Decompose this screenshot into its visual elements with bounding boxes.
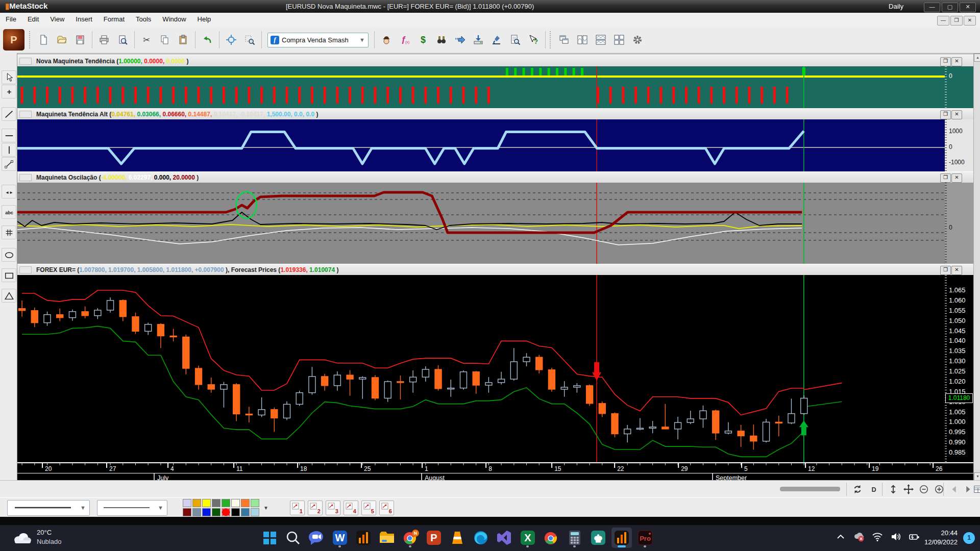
data-window-button[interactable] [971, 482, 980, 496]
explorer-button[interactable] [433, 31, 450, 49]
panel-header-1[interactable]: Nova Maquineta Tendência (1.00000, 0.000… [17, 55, 973, 67]
panel-header-4[interactable]: FOREX EUR= (1.007800, 1.019700, 1.005800… [17, 264, 973, 276]
child-close-button[interactable]: ✕ [964, 16, 976, 26]
color-swatch[interactable] [212, 499, 220, 507]
palette-dropdown-arrow[interactable]: ▼ [263, 505, 268, 511]
minimize-button[interactable]: — [924, 3, 940, 12]
notification-badge[interactable]: 1 [963, 532, 975, 544]
line-weight-combo[interactable]: ▼ [97, 500, 167, 516]
horizontal-line-tool[interactable] [2, 129, 16, 142]
taskbar-calculator-button[interactable] [565, 528, 585, 548]
horizontal-scrollbar[interactable] [780, 487, 840, 491]
paste-button[interactable] [175, 31, 192, 49]
report-search-button[interactable] [506, 31, 524, 49]
tray-chevron-up-button[interactable] [835, 531, 846, 542]
taskbar-metastock-pro-button[interactable]: Pro [635, 528, 655, 548]
taskbar-excel-button[interactable]: X [518, 528, 538, 548]
template-combo[interactable]: fCompra Venda Smash▼ [267, 33, 369, 47]
zoom-out-button[interactable] [917, 482, 930, 496]
prev-button[interactable] [947, 482, 961, 496]
taskbar-powerpoint-button[interactable]: P [424, 528, 444, 548]
print-preview-button[interactable] [114, 31, 131, 49]
color-swatch[interactable] [222, 508, 230, 516]
panel-body-3[interactable] [17, 183, 945, 264]
layout-template-2-button[interactable]: 2 [308, 500, 323, 515]
panel-restore-button[interactable]: ❐ [940, 110, 951, 119]
pointer-tool[interactable] [2, 70, 16, 84]
menu-window[interactable]: Window [157, 13, 191, 26]
zoom-in-button[interactable] [932, 482, 946, 496]
panel-close-button[interactable]: ✕ [951, 173, 962, 183]
expert-advisor-button[interactable] [378, 31, 395, 49]
menu-edit[interactable]: Edit [22, 13, 44, 26]
new-button[interactable] [35, 31, 52, 49]
vertical-line-tool[interactable] [2, 143, 16, 157]
panel-body-4[interactable] [17, 275, 945, 462]
open-button[interactable] [53, 31, 70, 49]
tray-volume-button[interactable] [890, 531, 901, 542]
maximize-button[interactable]: ▢ [942, 3, 958, 12]
menu-view[interactable]: View [44, 13, 70, 26]
tray-wifi-button[interactable] [872, 531, 883, 542]
print-button[interactable] [95, 31, 113, 49]
forecaster-button[interactable] [451, 31, 469, 49]
undo-button[interactable] [199, 31, 216, 49]
scroll-down-button[interactable]: ▼ [974, 472, 980, 481]
color-swatch[interactable] [251, 499, 259, 507]
taskbar-chat-button[interactable] [306, 528, 327, 548]
tile-horizontal-button[interactable] [592, 31, 609, 49]
color-swatch[interactable] [192, 508, 201, 516]
grid-tool[interactable] [2, 226, 16, 239]
panel-restore-button[interactable]: ❐ [940, 266, 951, 275]
color-swatch[interactable] [251, 508, 259, 516]
color-swatch[interactable] [231, 508, 240, 516]
taskbar-clock[interactable]: 20:44 12/09/2022 [924, 529, 958, 547]
color-swatch[interactable] [212, 508, 220, 516]
system-tester-button[interactable] [488, 31, 505, 49]
save-button[interactable] [71, 31, 89, 49]
taskbar-edge-button[interactable] [471, 528, 491, 548]
tray-battery-button[interactable] [909, 531, 920, 542]
help-pointer-button[interactable]: ? [525, 31, 542, 49]
color-swatch[interactable] [202, 499, 211, 507]
panel-close-button[interactable]: ✕ [951, 266, 962, 275]
menu-file[interactable]: File [0, 13, 22, 26]
crosshair-button[interactable] [223, 31, 240, 49]
pan-button[interactable] [901, 482, 915, 496]
menu-insert[interactable]: Insert [70, 13, 98, 26]
cut-button[interactable]: ✂ [138, 31, 155, 49]
color-swatch[interactable] [183, 508, 191, 516]
tile-vertical-button[interactable] [574, 31, 591, 49]
taskbar-file-explorer-button[interactable] [377, 528, 397, 548]
layout-template-6-button[interactable]: 6 [379, 500, 394, 515]
panel-close-button[interactable]: ✕ [951, 110, 962, 119]
color-swatch[interactable] [231, 499, 240, 507]
menu-format[interactable]: Format [98, 13, 130, 26]
taskbar-visual-studio-button[interactable] [494, 528, 514, 548]
dollar-button[interactable]: $ [414, 31, 432, 49]
taskbar-metastock-button[interactable] [353, 528, 374, 548]
refresh-button[interactable] [850, 482, 864, 496]
trend-channel-tool[interactable] [2, 157, 16, 171]
trendline-tool[interactable] [2, 107, 16, 121]
layout-template-5-button[interactable]: 5 [361, 500, 376, 515]
taskbar-metastock-active-button[interactable] [611, 528, 632, 548]
tile-grid-button[interactable] [610, 31, 628, 49]
line-style-combo[interactable]: ▼ [7, 500, 90, 516]
vertical-scrollbar[interactable]: ▲▼ [973, 54, 980, 481]
taskbar-word-button[interactable]: W [330, 528, 350, 548]
child-minimize-button[interactable]: — [937, 16, 949, 26]
menu-tools[interactable]: Tools [130, 13, 157, 26]
text-tool[interactable]: abc [2, 205, 16, 219]
fit-vertical-button[interactable] [886, 482, 900, 496]
scroll-up-button[interactable]: ▲ [974, 54, 980, 62]
powerconsole-button[interactable]: P [3, 29, 24, 51]
panel-header-3[interactable]: Maquineta Oscilação (-4.00000, 6.02297, … [17, 171, 973, 184]
layout-template-4-button[interactable]: 4 [344, 500, 358, 515]
close-button[interactable]: ✕ [960, 3, 976, 12]
panel-restore-button[interactable]: ❐ [940, 57, 951, 66]
panel-restore-button[interactable]: ❐ [940, 173, 951, 183]
layout-template-1-button[interactable]: 1 [290, 500, 305, 515]
color-swatch[interactable] [241, 499, 250, 507]
tray-onedrive-error-button[interactable] [853, 531, 865, 542]
